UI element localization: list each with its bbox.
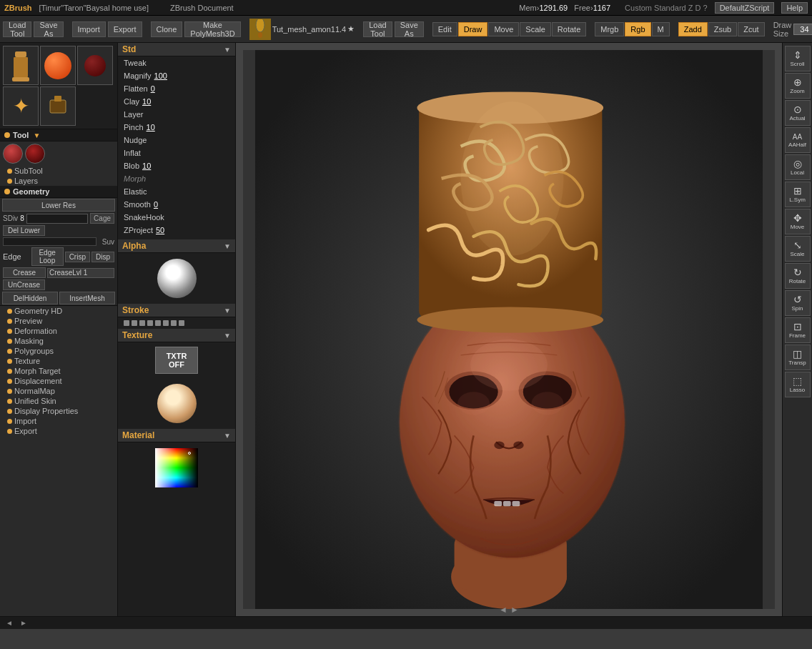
brush-clay[interactable]: Clay 10 (118, 95, 235, 108)
load-tool-btn[interactable]: Load Tool (3, 21, 31, 37)
default-zscript-btn[interactable]: DefaultZScript (715, 2, 775, 14)
layers-item[interactable]: Layers (0, 176, 117, 186)
brush-elastic[interactable]: Elastic (118, 185, 235, 198)
draw-size-value[interactable]: 34 (793, 24, 812, 35)
nav-left-icon[interactable]: ◄ (499, 605, 508, 615)
background-color[interactable] (25, 144, 45, 164)
masking-item[interactable]: Masking (0, 336, 117, 346)
brush-morph[interactable]: Morph (118, 172, 235, 185)
geometry-slider[interactable] (3, 237, 96, 246)
actual-btn[interactable]: ⊙ Actual (785, 100, 811, 126)
foreground-color[interactable] (3, 144, 23, 164)
crease-level[interactable]: CreaseLvl 1 (47, 268, 114, 278)
tool-thumb-star[interactable]: ✦ (3, 86, 39, 126)
nav-right-icon[interactable]: ► (510, 605, 519, 615)
cage-btn[interactable]: Cage (90, 213, 114, 224)
texture-header[interactable]: Texture ▼ (118, 329, 235, 342)
brush-flatten[interactable]: Flatten 0 (118, 82, 235, 95)
zcut-btn[interactable]: Zcut (738, 22, 764, 36)
texture-item[interactable]: Texture (0, 356, 117, 366)
scale-btn[interactable]: Scale (520, 22, 551, 36)
import-btn[interactable]: Import (72, 21, 106, 37)
help-btn[interactable]: Help (781, 2, 808, 14)
deformation-item[interactable]: Deformation (0, 326, 117, 336)
uncrease-btn[interactable]: UnCrease (3, 279, 45, 290)
m-btn[interactable]: M (652, 22, 670, 36)
rgb-btn[interactable]: Rgb (625, 22, 650, 36)
clone-btn[interactable]: Clone (151, 21, 183, 37)
crease-btn[interactable]: Crease (3, 267, 46, 278)
make-polymesh-btn[interactable]: Make PolyMesh3D (184, 21, 240, 37)
alpha-sphere[interactable] (157, 259, 197, 298)
tool-header[interactable]: Tool ▼ (0, 129, 117, 142)
unified-skin-item[interactable]: Unified Skin (0, 396, 117, 406)
save-as2-btn[interactable]: Save As (395, 21, 424, 37)
displacement-item[interactable]: Displacement (0, 376, 117, 386)
brush-header[interactable]: Std ▼ (118, 43, 235, 56)
tool-thumb-column[interactable] (3, 46, 39, 85)
sdiv-slider[interactable] (26, 214, 88, 224)
save-as-btn[interactable]: Save As (34, 21, 63, 37)
subtool-item[interactable]: SubTool (0, 166, 117, 176)
lower-res-btn[interactable]: Lower Res (2, 199, 115, 212)
rotate-view-btn[interactable]: ↻ Rotate (785, 263, 811, 289)
geometry-hd-item[interactable]: Geometry HD (0, 306, 117, 316)
del-lower-btn[interactable]: Del Lower (3, 225, 45, 236)
zsub-btn[interactable]: Zsub (708, 22, 737, 36)
lsym-btn[interactable]: ⊞ L.Sym (785, 182, 811, 207)
geometry-header[interactable]: Geometry (0, 186, 117, 198)
edit-btn[interactable]: Edit (432, 22, 457, 36)
stroke-header[interactable]: Stroke ▼ (118, 304, 235, 317)
status-left-arrow[interactable]: ◄ (6, 619, 13, 627)
lasso-btn[interactable]: ⬚ Lasso (785, 372, 811, 397)
brush-blob[interactable]: Blob 10 (118, 159, 235, 172)
brush-tweak[interactable]: Tweak (118, 56, 235, 69)
del-hidden-btn[interactable]: DelHidden (2, 292, 58, 304)
brush-layer[interactable]: Layer (118, 108, 235, 121)
display-props-item[interactable]: Display Properties (0, 406, 117, 416)
normalmap-item[interactable]: NormalMap (0, 386, 117, 396)
disp-btn[interactable]: Disp (91, 252, 114, 262)
edge-loop-btn[interactable]: Edge Loop (31, 247, 64, 266)
import-item[interactable]: Import (0, 416, 117, 426)
color-picker[interactable] (155, 448, 198, 487)
brush-zproject[interactable]: ZProject 50 (118, 224, 235, 237)
move-btn[interactable]: Move (488, 22, 519, 36)
aahalf-btn[interactable]: AA AAHalf (785, 127, 811, 153)
morph-target-item[interactable]: Morph Target (0, 366, 117, 376)
scale-view-btn[interactable]: ⤡ Scale (785, 236, 811, 262)
brush-magnify[interactable]: Magnify 100 (118, 69, 235, 82)
brush-smooth[interactable]: Smooth 0 (118, 198, 235, 211)
zadd-btn[interactable]: Zadd (678, 22, 708, 36)
load-tool2-btn[interactable]: Load Tool (363, 21, 392, 37)
material-header[interactable]: Material ▼ (118, 429, 235, 442)
frame-btn[interactable]: ⊡ Frame (785, 317, 811, 343)
brush-inflat[interactable]: Inflat (118, 147, 235, 159)
move-view-btn[interactable]: ✥ Move (785, 209, 811, 234)
canvas-area[interactable]: ◄ ► (236, 43, 782, 616)
scroll-btn[interactable]: ⇕ Scroll (785, 46, 811, 71)
alpha-header[interactable]: Alpha ▼ (118, 239, 235, 253)
tool-thumb-small-sphere[interactable] (77, 46, 113, 85)
tool-thumb-tool[interactable] (40, 86, 76, 126)
status-right-arrow[interactable]: ► (20, 619, 27, 627)
export-item[interactable]: Export (0, 426, 117, 436)
mrgb-btn[interactable]: Mrgb (595, 22, 624, 36)
crisp-btn[interactable]: Crisp (65, 252, 90, 262)
local-btn[interactable]: ◎ Local (785, 154, 811, 180)
zoom-btn[interactable]: ⊕ Zoom (785, 73, 811, 99)
rotate-btn[interactable]: Rotate (552, 22, 586, 36)
draw-btn[interactable]: Draw (458, 22, 488, 36)
insert-mesh-btn[interactable]: InsertMesh (59, 292, 115, 304)
spin-btn[interactable]: ↺ Spin (785, 290, 811, 316)
brush-snakehook[interactable]: SnakeHook (118, 211, 235, 224)
texture-sphere[interactable] (157, 384, 197, 423)
brush-nudge[interactable]: Nudge (118, 134, 235, 147)
export-btn[interactable]: Export (108, 21, 142, 37)
brush-pinch[interactable]: Pinch 10 (118, 121, 235, 134)
txtr-off-btn[interactable]: TXTROFF (155, 347, 198, 374)
preview-item[interactable]: Preview (0, 316, 117, 326)
transp-btn[interactable]: ◫ Transp (785, 345, 811, 370)
tool-thumb-sphere[interactable] (40, 46, 76, 85)
polygroups-item[interactable]: Polygroups (0, 346, 117, 356)
